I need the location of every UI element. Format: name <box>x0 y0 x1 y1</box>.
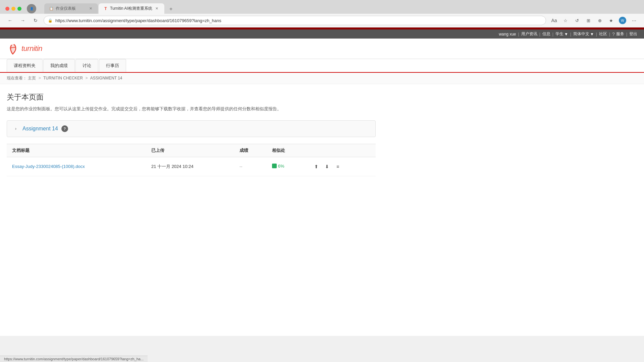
col-actions <box>306 144 376 157</box>
list-icon: ≡ <box>336 164 339 169</box>
close-window-button[interactable] <box>5 7 9 11</box>
logo-icon <box>7 43 19 55</box>
toolbar-actions: Aa ☆ ↺ ⊞ ⊕ ★ W ⋯ <box>549 16 639 25</box>
community-link[interactable]: 社区 <box>599 31 607 37</box>
profile-button[interactable]: W <box>618 16 627 25</box>
extensions-button[interactable]: ↺ <box>572 16 582 25</box>
tab1-close-button[interactable]: ✕ <box>88 6 93 11</box>
tab-calendar[interactable]: 行事历 <box>99 59 126 72</box>
browser-toolbar: ← → ↻ 🔒 https://www.turnitin.com/assignm… <box>0 14 644 27</box>
submissions-table: 文档标题 已上传 成绩 相似处 Essay-Judy-2330024085-(1… <box>7 144 376 176</box>
status-url: https://www.turnitin.com/assignment/type… <box>4 357 144 361</box>
assignment-help-button[interactable]: ? <box>61 125 68 132</box>
site-header: turnitin <box>0 39 644 59</box>
tabs-button[interactable]: ⊞ <box>584 16 593 25</box>
page-wrapper: wang xue | 用户资讯 | 信息 | 学生 ▼ | 简体中文 ▼ | 社… <box>0 27 644 336</box>
breadcrumb-checker[interactable]: TURNITIN CHECKER <box>43 76 83 80</box>
back-button[interactable]: ← <box>5 16 15 25</box>
tab2-favicon: T <box>103 6 108 11</box>
main-nav: 课程资料夹 我的成绩 讨论 行事历 <box>0 59 644 73</box>
minimize-window-button[interactable] <box>11 7 15 11</box>
status-bar: https://www.turnitin.com/assignment/type… <box>0 356 148 362</box>
col-filename: 文档标题 <box>7 144 146 157</box>
browser-tab-2[interactable]: T Turnitin AI检测查重系统 ✕ <box>99 3 164 14</box>
tab-discuss[interactable]: 讨论 <box>75 59 98 72</box>
service-link[interactable]: 服务 <box>616 31 624 37</box>
cell-uploaded: 21 十一月 2024 10:24 <box>146 157 234 176</box>
assignment-section: › Assignment 14 ? <box>7 120 376 137</box>
user-info-link[interactable]: 用户资讯 <box>521 31 537 37</box>
user-bar: wang xue | 用户资讯 | 信息 | 学生 ▼ | 简体中文 ▼ | 社… <box>0 29 644 39</box>
question-mark-icon: ? <box>63 127 66 131</box>
sidebar-button[interactable]: ⊕ <box>595 16 604 25</box>
download-button[interactable]: ⬇ <box>322 162 332 171</box>
file-link[interactable]: Essay-Judy-2330024085-(1008).docx <box>12 164 85 169</box>
address-bar[interactable]: 🔒 https://www.turnitin.com/assignment/ty… <box>44 16 546 25</box>
browser-tab-1[interactable]: 📋 作业仪表板 ✕ <box>44 3 98 14</box>
more-button[interactable]: ⋯ <box>629 16 639 25</box>
turnitin-logo[interactable]: turnitin <box>7 43 42 55</box>
upload-button[interactable]: ⬆ <box>312 162 321 171</box>
assignment-name[interactable]: Assignment 14 <box>22 126 58 132</box>
similarity-badge[interactable]: 6% <box>272 164 284 169</box>
similarity-percent: 6% <box>278 164 284 169</box>
breadcrumb-assignment[interactable]: ASSIGNMENT 14 <box>90 76 122 80</box>
maximize-window-button[interactable] <box>17 7 21 11</box>
refresh-button[interactable]: ↻ <box>31 16 40 25</box>
breadcrumb: 现在查看： 主页 > TURNITIN CHECKER > ASSIGNMENT… <box>0 73 644 84</box>
chevron-right-icon: › <box>15 126 16 131</box>
logo-text: turnitin <box>21 44 42 53</box>
lock-icon: 🔒 <box>48 18 53 23</box>
cell-actions: ⬆ ⬇ ≡ <box>306 157 376 176</box>
tab1-label: 作业仪表板 <box>56 6 76 11</box>
page-title: 关于本页面 <box>7 92 396 102</box>
upload-icon: ⬆ <box>314 164 318 169</box>
cell-score: -- <box>234 157 267 176</box>
col-score: 成绩 <box>234 144 267 157</box>
actions-cell: ⬆ ⬇ ≡ <box>312 162 370 171</box>
url-display: https://www.turnitin.com/assignment/type… <box>55 18 221 23</box>
tab-grades[interactable]: 我的成绩 <box>43 59 75 72</box>
cell-filename: Essay-Judy-2330024085-(1008).docx <box>7 157 146 176</box>
breadcrumb-prefix: 现在查看： <box>7 76 27 80</box>
score-value: -- <box>239 164 243 169</box>
logout-link[interactable]: 登出 <box>629 31 637 37</box>
bookmark-button[interactable]: ☆ <box>561 16 570 25</box>
similarity-color-indicator <box>272 164 277 168</box>
tab2-close-button[interactable]: ✕ <box>154 6 160 11</box>
tab-courses[interactable]: 课程资料夹 <box>7 59 43 72</box>
new-tab-button[interactable]: + <box>166 4 176 14</box>
traffic-lights <box>5 7 21 11</box>
browser-titlebar: 👤 📋 作业仪表板 ✕ T Turnitin AI检测查重系统 ✕ + <box>0 0 644 14</box>
col-uploaded: 已上传 <box>146 144 234 157</box>
view-report-button[interactable]: ≡ <box>333 162 342 171</box>
content-area: 关于本页面 这是您的作业控制面板。您可以从这里上传提交作业。完成提交交后，您将能… <box>0 84 402 184</box>
forward-button[interactable]: → <box>18 16 28 25</box>
assignment-toggle-button[interactable]: › <box>12 125 19 132</box>
download-icon: ⬇ <box>325 164 329 169</box>
student-dropdown[interactable]: 学生 ▼ <box>555 31 568 37</box>
username-display: wang xue <box>499 32 516 37</box>
favorites-button[interactable]: ★ <box>606 16 616 25</box>
question-icon: ? <box>612 32 615 37</box>
tab1-favicon: 📋 <box>49 6 54 11</box>
assignment-header: › Assignment 14 ? <box>7 121 375 137</box>
table-row: Essay-Judy-2330024085-(1008).docx 21 十一月… <box>7 157 376 176</box>
browser-chrome: 👤 📋 作业仪表板 ✕ T Turnitin AI检测查重系统 ✕ + ← → … <box>0 0 644 27</box>
student-dropdown-arrow: ▼ <box>564 32 568 37</box>
language-dropdown-arrow: ▼ <box>590 32 594 37</box>
main-nav-tabs: 课程资料夹 我的成绩 讨论 行事历 <box>7 59 637 72</box>
breadcrumb-home[interactable]: 主页 <box>28 76 36 80</box>
info-link[interactable]: 信息 <box>542 31 550 37</box>
reader-view-button[interactable]: Aa <box>549 16 559 25</box>
language-dropdown[interactable]: 简体中文 ▼ <box>573 31 594 37</box>
col-similarity: 相似处 <box>267 144 306 157</box>
browser-tabs: 📋 作业仪表板 ✕ T Turnitin AI检测查重系统 ✕ + <box>44 3 176 14</box>
cell-similarity: 6% <box>267 157 306 176</box>
table-header-row: 文档标题 已上传 成绩 相似处 <box>7 144 376 157</box>
tab2-label: Turnitin AI检测查重系统 <box>110 6 152 11</box>
page-description: 这是您的作业控制面板。您可以从这里上传提交作业。完成提交交后，您将能够下载数字收… <box>7 106 396 112</box>
profile-avatar[interactable]: 👤 <box>27 4 36 13</box>
